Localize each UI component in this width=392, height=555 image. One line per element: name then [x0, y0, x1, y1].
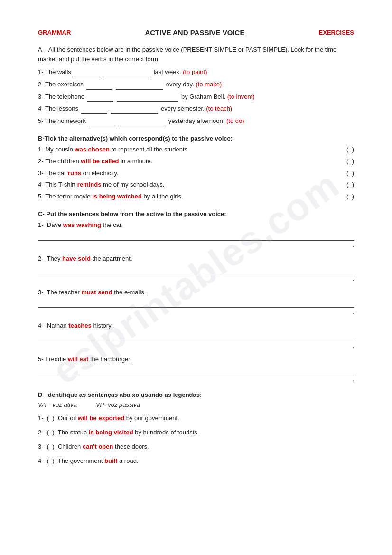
sentence-text: The teacher — [47, 289, 82, 296]
sentence-text: Children — [58, 443, 83, 450]
tick-area: ( ) — [343, 157, 354, 167]
hint: (to paint) — [183, 68, 207, 75]
red-text: built — [104, 457, 117, 464]
sentence-text: the apartment. — [93, 255, 132, 262]
section-c-item-2: 2- They have sold the apartment. . — [38, 254, 354, 282]
red-text: must send — [82, 289, 112, 296]
section-b-sentence-4: 4- This T-shirt reminds me of my school … — [38, 180, 354, 190]
tick-area: ( ) — [343, 180, 354, 190]
grammar-label: GRAMMAR — [38, 29, 71, 36]
sentence-text: Freddie — [45, 356, 68, 363]
sentence-num: 5- — [38, 117, 44, 124]
red-text: is being watched — [91, 192, 142, 202]
section-a-sentence-2: 2- The exercises every day. (to make) — [38, 80, 354, 90]
sentence-text: by hundreds of tourists. — [135, 429, 199, 436]
section-c-title: C- Put the sentences below from the acti… — [38, 210, 354, 217]
blank-input[interactable] — [89, 120, 115, 126]
tick-area: ( ) — [343, 192, 354, 202]
sentence-text: every day. — [166, 81, 196, 88]
hint: (to make) — [196, 81, 222, 88]
sentence-num: 3- — [38, 93, 44, 100]
sentence-text: these doors. — [115, 443, 149, 450]
sentence-num: 4- — [38, 322, 44, 329]
sentence-text: My cousin — [45, 145, 73, 155]
write-line[interactable] — [38, 299, 354, 308]
section-c-item-4: 4- Nathan teaches history. . — [38, 321, 354, 349]
blank-input[interactable] — [117, 95, 178, 102]
sentence-text: in a minute. — [119, 157, 153, 167]
sentence-text: The children — [45, 157, 79, 167]
blank-input[interactable] — [118, 120, 166, 126]
section-d-legend: VA – voz ativa VP- voz passiva — [38, 401, 354, 408]
sentence-text: The exercises — [45, 81, 84, 88]
red-text: runs — [66, 169, 81, 179]
sentence-num: 2- — [38, 81, 44, 88]
exercises-label: EXERCISES — [319, 29, 354, 36]
sentence-text: The government — [58, 457, 104, 464]
sentence-text: Nathan — [47, 322, 69, 329]
section-a-sentence-1: 1- The walls last week. (to paint) — [38, 67, 354, 77]
sentence-text: The car — [45, 169, 66, 179]
sentence-num: 1- — [38, 414, 44, 422]
paren: ( ) — [45, 414, 56, 422]
write-line[interactable] — [38, 232, 354, 241]
sentence-text: yesterday afternoon. — [168, 117, 226, 124]
red-text: teaches — [68, 322, 91, 329]
section-d-title: D- Identifique as sentenças abaixo usand… — [38, 391, 354, 398]
section-c-item-3: 3- The teacher must send the e-mails. . — [38, 288, 354, 316]
section-c-item-5: 5- Freddie will eat the hamburger. . — [38, 355, 354, 383]
sentence-text: Our oil — [58, 414, 78, 422]
sentence-num: 2- — [38, 255, 44, 262]
sentence-num: 4- — [38, 105, 44, 112]
sentence-num: 3- — [38, 443, 44, 450]
section-d-sentence-1: 1- ( ) Our oil will be exported by our g… — [38, 413, 354, 423]
sentence-num: 5- — [38, 356, 44, 363]
section-b-sentence-5: 5- The terror movie is being watched by … — [38, 192, 354, 202]
paren: ( ) — [45, 457, 56, 464]
section-a: A – All the sentences below are in the p… — [38, 45, 354, 126]
blank-input[interactable] — [87, 95, 113, 102]
section-a-sentence-5: 5- The homework yesterday afternoon. (to… — [38, 116, 354, 126]
sentence-text: The homework — [45, 117, 86, 124]
write-line[interactable] — [38, 333, 354, 341]
write-line[interactable] — [38, 367, 354, 375]
sentence-text: the e-mails. — [114, 289, 146, 296]
sentence-text: They — [47, 255, 63, 262]
blank-input[interactable] — [103, 71, 151, 77]
section-b-sentence-2: 2- The children will be called in a minu… — [38, 157, 354, 167]
blank-input[interactable] — [111, 107, 158, 114]
write-line[interactable] — [38, 266, 354, 274]
sentence-text: the car. — [103, 221, 123, 228]
sentence-text: This T-shirt — [45, 180, 75, 190]
sentence-text: by all the girls. — [142, 192, 183, 202]
red-text: will be exported — [78, 414, 124, 422]
section-b: B-Tick the alternative(s) which correspo… — [38, 135, 354, 202]
sentence-num: 4- — [38, 180, 44, 190]
sentence-num: 3- — [38, 169, 44, 179]
blank-input[interactable] — [116, 83, 163, 90]
c-sentence-2: 2- They have sold the apartment. — [38, 254, 354, 264]
red-text: reminds — [75, 180, 101, 190]
section-b-sentence-1: 1- My cousin was chosen to represent all… — [38, 145, 354, 155]
red-text: will eat — [68, 356, 88, 363]
section-d-sentence-3: 3- ( ) Children can't open these doors. — [38, 442, 354, 452]
blank-input[interactable] — [86, 83, 112, 90]
blank-input[interactable] — [74, 71, 100, 77]
section-d-sentence-2: 2- ( ) The statue is being visited by hu… — [38, 427, 354, 438]
paren: ( ) — [45, 443, 56, 450]
red-text: was washing — [63, 221, 101, 228]
section-c-item-1: 1- Dave was washing the car. . — [38, 220, 354, 248]
sentence-text: The telephone — [45, 93, 86, 100]
sentence-text: The lessons — [45, 105, 80, 112]
section-d: D- Identifique as sentenças abaixo usand… — [38, 391, 354, 466]
sentence-text: on electricity. — [81, 169, 119, 179]
red-text: will be called — [79, 157, 119, 167]
sentence-num: 1- — [38, 221, 44, 228]
sentence-num: 2- — [38, 429, 44, 436]
red-text: have sold — [62, 255, 91, 262]
sentence-num: 2- — [38, 157, 44, 167]
page-header: GRAMMAR ACTIVE AND PASSIVE VOICE EXERCIS… — [38, 28, 354, 37]
blank-input[interactable] — [81, 107, 107, 114]
section-d-sentence-4: 4- ( ) The government built a road. — [38, 456, 354, 466]
c-sentence-5: 5- Freddie will eat the hamburger. — [38, 355, 354, 365]
